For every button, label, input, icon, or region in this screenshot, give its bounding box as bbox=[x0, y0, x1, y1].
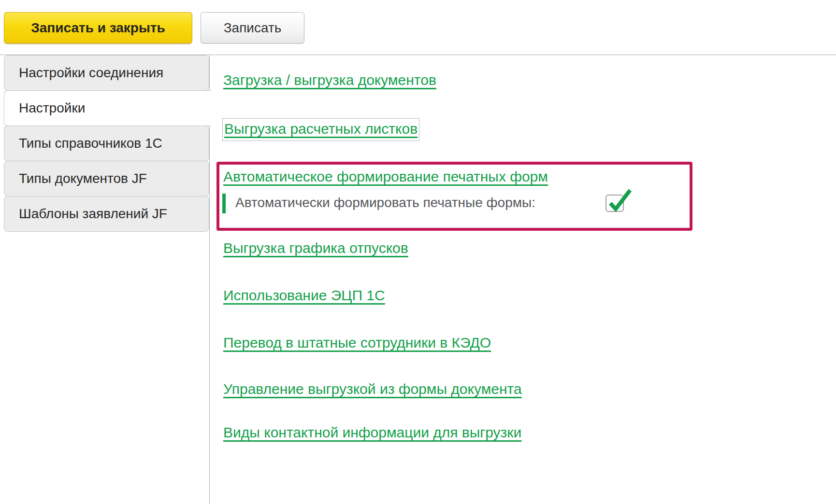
link-vacation-schedule-export[interactable]: Выгрузка графика отпусков bbox=[223, 240, 408, 256]
link-load-unload-documents[interactable]: Загрузка / выгрузка документов bbox=[223, 72, 436, 88]
link-auto-print-forms[interactable]: Автоматическое формирование печатных фор… bbox=[223, 168, 548, 185]
modified-marker bbox=[222, 194, 226, 213]
toolbar: Записать и закрыть Записать bbox=[0, 0, 836, 55]
settings-content: Загрузка / выгрузка документов Выгрузка … bbox=[210, 55, 836, 504]
settings-tab-list: Настройки соединения Настройки Типы спра… bbox=[0, 55, 210, 504]
auto-print-forms-checkbox[interactable] bbox=[605, 195, 624, 212]
tab-connection-settings[interactable]: Настройки соединения bbox=[4, 55, 209, 91]
checkmark-icon bbox=[605, 187, 633, 215]
form-body: Настройки соединения Настройки Типы спра… bbox=[0, 55, 836, 504]
exchange-settings-form: Записать и закрыть Записать Настройки со… bbox=[0, 0, 836, 504]
auto-print-forms-checkbox-label: Автоматически формировать печатные формы… bbox=[235, 192, 535, 214]
tab-settings[interactable]: Настройки bbox=[4, 90, 211, 126]
tab-jf-application-templates[interactable]: Шаблоны заявлений JF bbox=[4, 196, 209, 232]
tab-1c-catalog-types[interactable]: Типы справочников 1С bbox=[4, 126, 209, 161]
tab-jf-document-types[interactable]: Типы документов JF bbox=[4, 161, 209, 196]
link-export-control-document-form[interactable]: Управление выгрузкой из формы документа bbox=[223, 381, 522, 397]
link-contact-info-types-export[interactable]: Виды контактной информации для выгрузки bbox=[223, 424, 521, 441]
link-transfer-staff-kedo[interactable]: Перевод в штатные сотрудники в КЭДО bbox=[223, 335, 491, 351]
link-1c-digital-signature[interactable]: Использование ЭЦП 1С bbox=[223, 287, 385, 304]
highlight-annotation-box: Автоматическое формирование печатных фор… bbox=[216, 162, 692, 231]
link-payslip-export[interactable]: Выгрузка расчетных листков bbox=[222, 118, 419, 141]
save-and-close-button[interactable]: Записать и закрыть bbox=[4, 12, 192, 43]
save-button[interactable]: Записать bbox=[201, 12, 304, 43]
